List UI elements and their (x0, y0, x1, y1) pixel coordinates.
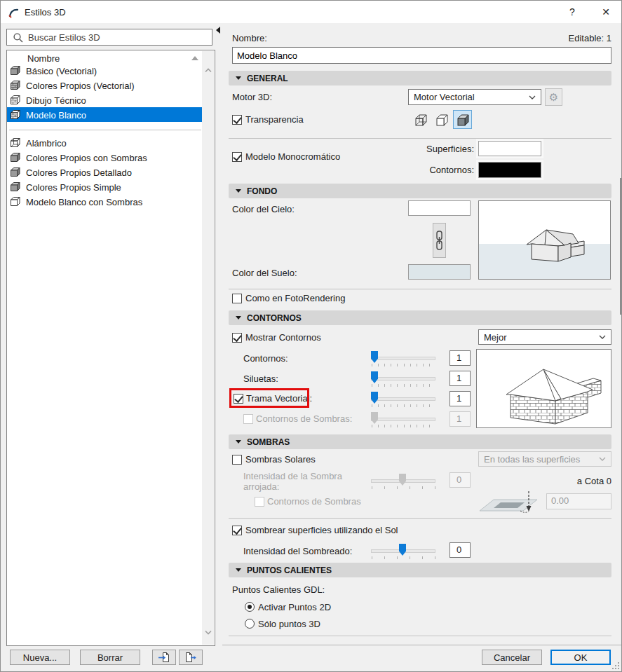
shadow-intensity-slider (371, 473, 435, 488)
contours-preview-image (477, 350, 611, 427)
solar-shadows-checkbox[interactable] (232, 455, 242, 465)
slider-thumb[interactable] (371, 371, 378, 383)
shadow-level-icon (480, 490, 544, 515)
scroll-up-icon[interactable] (205, 68, 212, 73)
export-button[interactable] (179, 650, 203, 665)
export-icon (184, 652, 197, 663)
contours-slider[interactable] (371, 350, 435, 366)
slider-thumb[interactable] (399, 544, 406, 556)
fotorendering-checkbox[interactable] (232, 294, 242, 303)
contours-value[interactable]: 1 (449, 350, 471, 366)
list-item[interactable]: Básico (Vectorial) (26, 64, 97, 78)
transparency-label: Transparencia (245, 114, 304, 125)
silhouettes-slider[interactable] (371, 371, 435, 386)
collapse-section-icon (236, 76, 241, 83)
wireframe-cube-icon (10, 137, 21, 149)
section-contornos[interactable]: CONTORNOS (229, 310, 611, 325)
resize-grip[interactable] (612, 662, 614, 664)
sort-ascending-icon[interactable] (191, 56, 198, 60)
section-puntos-calientes[interactable]: PUNTOS CALIENTES (229, 563, 611, 577)
section-sombras[interactable]: SOMBRAS (229, 434, 611, 449)
section-fondo[interactable]: FONDO (229, 184, 611, 198)
activate-2d-points-radio[interactable] (245, 602, 255, 612)
divider (229, 289, 611, 289)
collapse-section-icon (236, 316, 241, 322)
shading-intensity-value[interactable]: 0 (449, 542, 471, 558)
list-item[interactable]: Colores Propios Detallado (26, 165, 132, 180)
list-item[interactable]: Colores Propios (Vectorial) (26, 78, 135, 93)
search-box (6, 29, 212, 46)
transparency-mode-solid-button[interactable] (453, 110, 472, 129)
surfaces-color-swatch[interactable] (478, 141, 541, 156)
transparency-mode-hiddenline-button[interactable] (432, 110, 451, 129)
chevron-down-icon (599, 335, 606, 339)
scroll-down-icon[interactable] (205, 630, 212, 635)
ground-color-swatch[interactable] (408, 264, 471, 280)
new-button[interactable]: Nueva... (10, 650, 70, 665)
surfaces-label: Superficies: (393, 144, 474, 154)
motor-3d-select[interactable]: Motor Vectorial (408, 89, 541, 105)
shadow-level-field: 0.00 (546, 493, 611, 509)
highlight-rectangle (229, 388, 309, 408)
list-item[interactable]: Dibujo Técnico (26, 93, 86, 108)
shadow-contours-label: Contornos de Sombras: (256, 413, 352, 424)
list-scrollbar[interactable] (202, 51, 214, 645)
section-general[interactable]: GENERAL (229, 71, 611, 85)
contours-color-swatch[interactable] (478, 162, 541, 178)
slider-thumb[interactable] (371, 351, 378, 363)
transparency-mode-wireframe-button[interactable] (411, 110, 430, 129)
list-item[interactable]: Modelo Blanco con Sombras (26, 195, 142, 210)
brick-cube-icon (10, 80, 21, 91)
list-item[interactable]: Alámbrico (26, 136, 67, 151)
shading-intensity-slider[interactable] (371, 543, 435, 558)
vector-hatch-slider[interactable] (371, 391, 435, 406)
list-item-label[interactable]: Modelo Blanco (26, 108, 86, 123)
gdl-hotspots-label: Puntos Calientes GDL: (232, 584, 325, 595)
vector-hatch-value[interactable]: 1 (449, 391, 471, 406)
list-item[interactable]: Colores Propios Simple (26, 180, 121, 195)
collapse-section-icon (236, 440, 241, 446)
shadow-contours-label-2: Contornos de Sombras (267, 496, 361, 507)
divider (229, 518, 611, 519)
silhouettes-label: Siluetas: (243, 373, 278, 384)
import-button[interactable] (152, 650, 176, 665)
monochrome-checkbox[interactable] (232, 152, 242, 162)
link-colors-button[interactable] (433, 223, 446, 258)
background-preview-image (479, 201, 610, 279)
gear-icon: ⚙ (549, 91, 558, 104)
window-title: Estilos 3D (25, 7, 66, 18)
slider-thumb[interactable] (371, 392, 378, 404)
cota-label: a Cota 0 (520, 476, 611, 486)
list-item[interactable]: Colores Propios con Sombras (26, 151, 147, 165)
shadow-surfaces-select: En todas las superficies (478, 451, 611, 467)
search-icon (13, 32, 24, 43)
help-button[interactable]: ? (562, 4, 583, 20)
solid-cube-icon (456, 113, 470, 127)
slider-thumb (371, 412, 378, 424)
show-contours-checkbox[interactable] (232, 333, 242, 343)
only-3d-points-radio[interactable] (245, 619, 255, 629)
slider-thumb (399, 474, 406, 486)
ok-button[interactable]: OK (550, 650, 611, 665)
motor-settings-button[interactable]: ⚙ (545, 88, 562, 106)
silhouettes-value[interactable]: 1 (449, 371, 471, 386)
close-button[interactable]: ✕ (595, 4, 616, 20)
delete-button[interactable]: Borrar (80, 650, 140, 665)
contours-label: Contornos: (243, 353, 288, 364)
search-input[interactable] (28, 30, 207, 44)
brick-cube-icon (10, 109, 21, 121)
contours-preview (476, 349, 611, 428)
contours-color-label: Contornos: (393, 165, 474, 175)
contour-quality-select[interactable]: Mejor (478, 329, 611, 345)
collapse-sidebar-icon[interactable] (216, 27, 220, 34)
cancel-button[interactable]: Cancelar (482, 650, 542, 665)
chevron-down-icon (599, 457, 606, 461)
transparency-checkbox[interactable] (232, 115, 242, 125)
wireframe-cube-icon (414, 113, 428, 127)
name-input[interactable] (232, 47, 611, 64)
sky-color-swatch[interactable] (408, 200, 471, 216)
solar-shadows-label: Sombras Solares (245, 454, 316, 465)
shade-surfaces-checkbox[interactable] (232, 526, 242, 535)
shade-surfaces-label: Sombrear superficies utilizando el Sol (245, 525, 398, 535)
collapse-section-icon (236, 568, 241, 575)
